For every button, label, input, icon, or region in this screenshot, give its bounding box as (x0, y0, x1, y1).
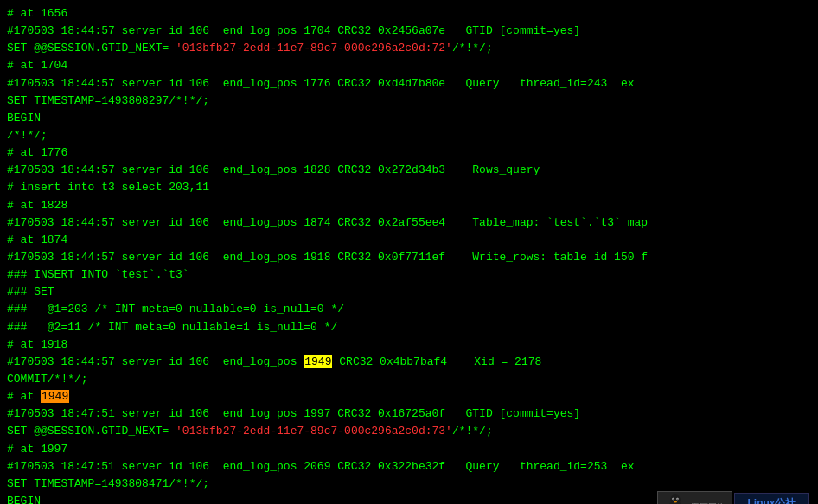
bbs-watermark: 黑区网络 (657, 491, 732, 504)
linux-label: Linux公社 (747, 496, 796, 504)
log-line: SET TIMESTAMP=1493808471/*!*/; (7, 475, 811, 493)
log-line: ### INSERT INTO `test`.`t3` (7, 266, 811, 284)
log-line: BEGIN (7, 110, 811, 127)
log-line: # at 1704 (7, 57, 811, 74)
log-line: SET TIMESTAMP=1493808297/*!*/; (7, 93, 811, 110)
linux-watermark: Linux公社 www.linuxidc.com (734, 493, 809, 504)
highlight-1949-pos: 1949 (304, 355, 332, 368)
log-line: SET @@SESSION.GTID_NEXT= '013bfb27-2edd-… (7, 40, 811, 57)
terminal-window: # at 1656 #170503 18:44:57 server id 106… (0, 0, 818, 504)
log-line: /*!*/; (7, 127, 811, 144)
log-line: #170503 18:44:57 server id 106 end_log_p… (7, 22, 811, 40)
log-line: #170503 18:44:57 server id 106 end_log_p… (7, 249, 811, 266)
tux-icon (664, 494, 687, 504)
log-line: # at 1918 (7, 336, 811, 354)
highlight-1949-at: 1949 (41, 390, 69, 403)
log-line: #170503 18:47:51 server id 106 end_log_p… (7, 458, 811, 475)
log-line: # at 1874 (7, 232, 811, 249)
log-line: # at 1776 (7, 144, 811, 162)
log-line: # insert into t3 select 203,11 (7, 179, 811, 196)
log-line: ### @1=203 /* INT meta=0 nullable=0 is_n… (7, 301, 811, 318)
log-line: # at 1949 (7, 388, 811, 405)
log-line: # at 1997 (7, 441, 811, 458)
log-line: #170503 18:44:57 server id 106 end_log_p… (7, 75, 811, 93)
log-line: #170503 18:44:57 server id 106 end_log_p… (7, 214, 811, 232)
log-line: COMMIT/*!*/; (7, 371, 811, 388)
log-line: #170503 18:44:57 server id 106 end_log_p… (7, 162, 811, 179)
log-line: # at 1656 (7, 5, 811, 22)
log-line: #170503 18:47:51 server id 106 end_log_p… (7, 405, 811, 423)
log-line: ### @2=11 /* INT meta=0 nullable=1 is_nu… (7, 319, 811, 336)
log-line: SET @@SESSION.GTID_NEXT= '013bfb27-2edd-… (7, 423, 811, 440)
svg-point-5 (673, 499, 674, 500)
watermark: 黑区网络 Linux公社 www.linuxidc.com (657, 491, 809, 504)
svg-point-7 (674, 501, 677, 503)
svg-point-6 (677, 499, 678, 500)
log-line: #170503 18:44:57 server id 106 end_log_p… (7, 354, 811, 371)
log-line: ### SET (7, 284, 811, 301)
log-line: # at 1828 (7, 197, 811, 214)
